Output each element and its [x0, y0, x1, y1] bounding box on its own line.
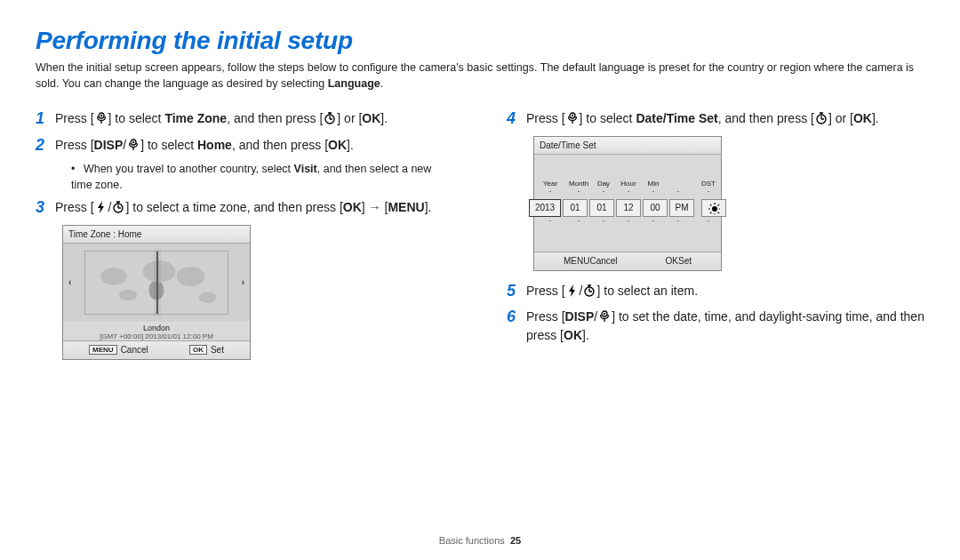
flash-icon [565, 284, 580, 298]
step-4-text: Press [] to select Date/Time Set, and th… [526, 109, 879, 128]
step-number-2: 2 [36, 136, 55, 156]
min-field: 00 [643, 199, 668, 217]
flash-icon [94, 200, 108, 214]
macro-icon [94, 111, 108, 125]
step-number-3: 3 [36, 198, 55, 218]
timer-icon [814, 111, 828, 125]
cancel-button[interactable]: MENUCancel [564, 256, 618, 266]
ok-icon: OK [343, 200, 362, 214]
step-number-4: 4 [507, 109, 526, 129]
ok-icon: OK [564, 328, 582, 342]
step-2-text: Press [DISP/] to select Home, and then p… [55, 136, 354, 155]
macro-icon [126, 138, 140, 152]
set-button[interactable]: OKSet [666, 256, 692, 266]
timezone-city: London [63, 322, 250, 332]
chevron-right-icon[interactable]: › [242, 277, 244, 287]
ampm-field: PM [669, 199, 694, 217]
menu-icon: MENU [388, 200, 424, 214]
datetime-labels: Year Month Day Hour Min DST [535, 180, 720, 188]
cancel-button[interactable]: MENUCancel [89, 345, 148, 355]
timezone-title: Time Zone : Home [63, 226, 250, 244]
disp-icon: DISP [94, 138, 124, 152]
timezone-screenshot: Time Zone : Home ‹ › London [GMT +00:00]… [62, 225, 251, 360]
page-footer: Basic functions 25 [0, 535, 960, 546]
disp-icon: DISP [565, 309, 595, 324]
month-field: 01 [563, 199, 588, 217]
step-number-6: 6 [507, 308, 526, 327]
step-1-text: Press [] to select Time Zone, and then p… [55, 109, 388, 128]
datetime-values[interactable]: 2013 01 01 12 00 PM [529, 199, 726, 217]
ok-icon: OK [328, 138, 347, 152]
page-title: Performing the initial setup [36, 27, 924, 55]
step-6-text: Press [DISP/] to set the date, time, and… [526, 308, 924, 345]
intro-text: When the initial setup screen appears, f… [36, 60, 924, 92]
ok-icon: OK [853, 111, 872, 125]
dst-field [701, 199, 726, 217]
datetime-title: Date/Time Set [534, 137, 721, 155]
chevron-left-icon[interactable]: ‹ [68, 277, 71, 287]
datetime-screenshot: Date/Time Set Year Month Day Hour Min DS… [533, 136, 722, 271]
step-3-text: Press [/] to select a time zone, and the… [55, 198, 431, 217]
timer-icon [111, 200, 125, 214]
datetime-down-arrows[interactable]: ˇˇˇˇˇˇˇ [535, 219, 720, 227]
macro-icon [597, 309, 612, 324]
day-field: 01 [589, 199, 614, 217]
hour-field: 12 [616, 199, 641, 217]
step-number-1: 1 [36, 109, 55, 129]
datetime-up-arrows[interactable]: ˆˆˆˆˆˆˆ [535, 189, 720, 197]
timer-icon [323, 111, 337, 125]
macro-icon [565, 111, 580, 125]
year-field: 2013 [529, 199, 561, 217]
step-number-5: 5 [507, 282, 526, 301]
timer-icon [582, 284, 596, 298]
step-2-note: When you travel to another country, sele… [71, 162, 453, 193]
step-5-text: Press [/] to select an item. [526, 282, 698, 300]
world-map [84, 251, 228, 315]
timezone-meta: [GMT +00:00] 2013/01/01 12:00 PM [63, 332, 250, 340]
set-button[interactable]: OKSet [189, 345, 224, 355]
ok-icon: OK [362, 111, 380, 125]
